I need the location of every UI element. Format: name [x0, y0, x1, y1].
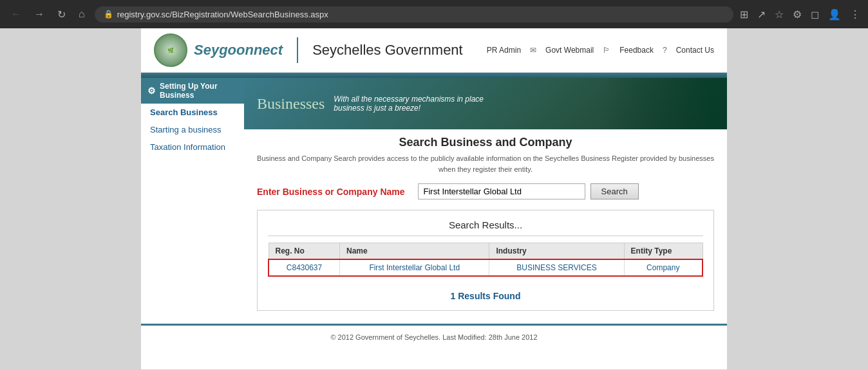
col-reg-no: Reg. No	[269, 243, 340, 260]
feedback-link[interactable]: Feedback	[619, 46, 654, 55]
banner-background	[598, 78, 727, 129]
home-button[interactable]: ⌂	[75, 7, 88, 21]
banner-tagline-line1: With all the necessary mechanisms in pla…	[334, 95, 484, 104]
logo-icon: 🌿	[167, 48, 174, 53]
page-title: Search Business and Company	[257, 136, 714, 149]
browser-actions: ⊞ ↗ ☆ ⚙ ◻ 👤 ⋮	[740, 8, 860, 21]
address-bar: 🔒	[95, 6, 733, 23]
sidebar-header: ⚙ Setting Up Your Business	[141, 78, 244, 104]
extension-icon[interactable]: ⚙	[793, 8, 802, 21]
back-button[interactable]: ←	[8, 7, 24, 21]
cell-industry: BUSINESS SERVICES	[489, 259, 624, 276]
sidebar-header-label: Setting Up Your Business	[160, 82, 238, 100]
lock-icon: 🔒	[104, 10, 113, 19]
url-input[interactable]	[117, 10, 724, 19]
contact-us-link[interactable]: Contact Us	[676, 46, 714, 55]
question-icon: ?	[663, 46, 667, 55]
pr-admin-link[interactable]: PR Admin	[487, 46, 521, 55]
nav-bar	[141, 73, 727, 78]
sidebar-item-starting-business[interactable]: Starting a business	[141, 121, 244, 138]
banner-area: Businesses With all the necessary mechan…	[244, 78, 727, 129]
site-footer: © 2012 Government of Seychelles. Last Mo…	[141, 324, 727, 349]
cell-name: First Interstellar Global Ltd	[340, 259, 489, 276]
footer-text: © 2012 Government of Seychelles. Last Mo…	[330, 333, 537, 341]
header-right: PR Admin ✉ Govt Webmail 🏳 Feedback ? Con…	[487, 46, 714, 55]
refresh-button[interactable]: ↻	[54, 7, 69, 22]
brand-name: Seygoonnect	[194, 42, 283, 59]
search-button[interactable]: Search	[590, 183, 639, 199]
table-row[interactable]: C8430637 First Interstellar Global Ltd B…	[269, 259, 703, 276]
envelope-icon: ✉	[530, 46, 536, 55]
search-label: Enter Business or Company Name	[257, 187, 405, 197]
main-layout: ⚙ Setting Up Your Business Search Busine…	[141, 78, 727, 317]
site-header: 🌿 Seygoonnect Seychelles Government PR A…	[141, 28, 727, 73]
page-container: 🌿 Seygoonnect Seychelles Government PR A…	[141, 28, 727, 369]
gear-icon: ⚙	[147, 86, 156, 96]
results-heading: Search Results...	[268, 219, 703, 236]
col-entity-type: Entity Type	[624, 243, 703, 260]
results-count: 1 Results Found	[268, 286, 703, 301]
share-icon[interactable]: ↗	[757, 8, 766, 21]
banner-tagline: With all the necessary mechanisms in pla…	[334, 95, 484, 113]
search-row: Enter Business or Company Name Search	[257, 183, 714, 199]
col-name: Name	[340, 243, 489, 260]
profile-icon[interactable]: 👤	[828, 8, 841, 21]
header-divider	[297, 37, 298, 63]
col-industry: Industry	[489, 243, 624, 260]
logo: 🌿	[154, 33, 187, 67]
results-box: Search Results... Reg. No Name Industry …	[257, 210, 714, 311]
brand-text: Seygoonnect	[194, 42, 283, 58]
bookmark-icon[interactable]: ☆	[775, 8, 784, 21]
right-column: Businesses With all the necessary mechan…	[244, 78, 727, 317]
sidebar-item-search-business[interactable]: Search Business	[141, 104, 244, 121]
cell-reg-no: C8430637	[269, 259, 340, 276]
table-header-row: Reg. No Name Industry Entity Type	[269, 243, 703, 260]
search-input[interactable]	[418, 183, 585, 199]
forward-button[interactable]: →	[31, 7, 48, 21]
cell-entity-type: Company	[624, 259, 703, 276]
browser-chrome: ← → ↻ ⌂ 🔒 ⊞ ↗ ☆ ⚙ ◻ 👤 ⋮	[0, 0, 868, 28]
govt-webmail-link[interactable]: Govt Webmail	[545, 46, 594, 55]
content-area: Search Business and Company Business and…	[244, 129, 727, 317]
header-left: 🌿 Seygoonnect Seychelles Government	[154, 33, 463, 67]
window-icon[interactable]: ◻	[811, 8, 819, 21]
banner-tagline-line2: business is just a breeze!	[334, 104, 484, 113]
sidebar-item-taxation[interactable]: Taxation Information	[141, 138, 244, 156]
menu-icon[interactable]: ⋮	[850, 8, 860, 21]
results-table: Reg. No Name Industry Entity Type C84306…	[268, 243, 703, 277]
site-title: Seychelles Government	[312, 42, 463, 59]
screenshot-icon[interactable]: ⊞	[740, 8, 748, 21]
search-description: Business and Company Search provides acc…	[257, 153, 714, 174]
sidebar: ⚙ Setting Up Your Business Search Busine…	[141, 78, 244, 317]
banner-title: Businesses	[257, 95, 325, 113]
flag-icon: 🏳	[603, 46, 610, 55]
